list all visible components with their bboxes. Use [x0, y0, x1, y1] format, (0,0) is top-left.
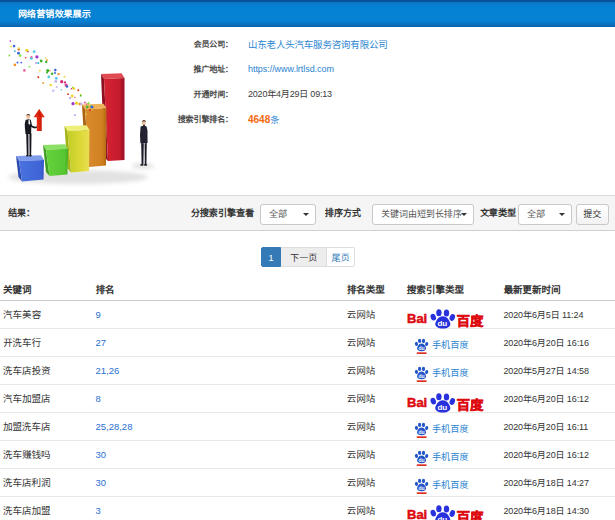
svg-text:du: du	[437, 515, 447, 520]
svg-text:百度: 百度	[456, 310, 483, 330]
svg-text:Bai: Bai	[407, 507, 427, 520]
svg-text:Bai: Bai	[407, 311, 427, 326]
svg-text:du: du	[418, 458, 424, 463]
svg-text:Bai: Bai	[407, 395, 427, 410]
svg-text:du: du	[437, 403, 447, 412]
svg-text:du: du	[418, 486, 424, 491]
svg-text:百度: 百度	[456, 394, 483, 414]
svg-text:du: du	[418, 374, 424, 379]
svg-text:du: du	[437, 319, 447, 328]
svg-text:百度: 百度	[456, 506, 483, 520]
svg-text:du: du	[418, 346, 424, 351]
svg-text:du: du	[418, 430, 424, 435]
